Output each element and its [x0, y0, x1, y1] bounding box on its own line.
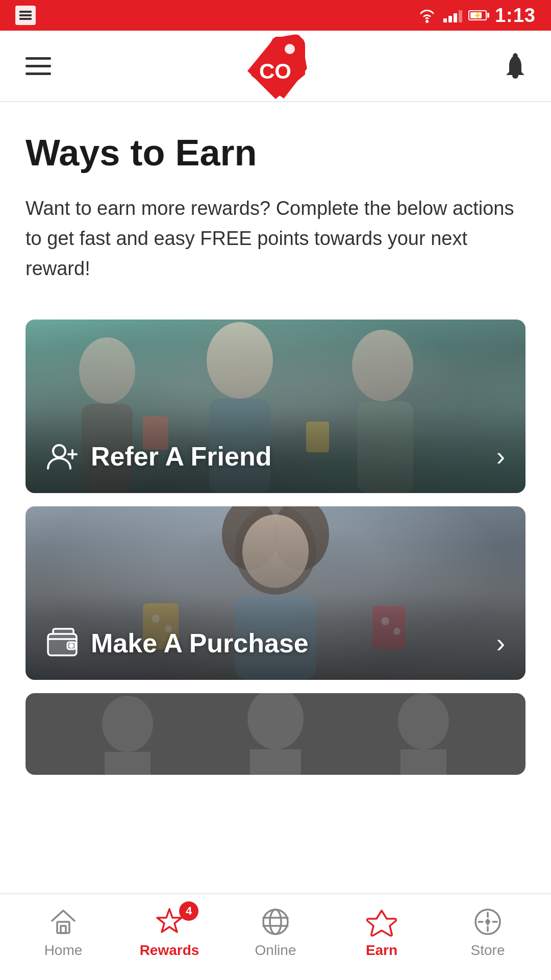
- nav-item-online[interactable]: Online: [237, 905, 314, 959]
- svg-rect-38: [57, 922, 69, 933]
- online-nav-label: Online: [255, 942, 296, 959]
- refer-card-label: Refer A Friend: [91, 441, 271, 472]
- nav-item-home[interactable]: Home: [25, 905, 102, 959]
- logo: CO: [245, 33, 311, 99]
- sim-icon: [15, 6, 36, 25]
- svg-point-0: [425, 20, 429, 23]
- svg-rect-39: [61, 926, 66, 933]
- status-time: 1:13: [495, 5, 536, 27]
- status-bar-left: [15, 6, 36, 25]
- wallet-icon: [46, 627, 79, 659]
- refer-card-arrow: ›: [496, 441, 505, 472]
- rewards-nav-label: Rewards: [140, 942, 199, 959]
- nav-item-store[interactable]: i Store: [449, 905, 526, 959]
- purchase-card-label: Make A Purchase: [91, 628, 309, 658]
- user-plus-icon: [46, 440, 79, 473]
- svg-point-1: [285, 44, 295, 54]
- svg-point-3: [514, 54, 517, 57]
- earn-nav-label: Earn: [366, 942, 397, 959]
- purchase-card-content: Make A Purchase ›: [46, 627, 505, 659]
- svg-rect-35: [250, 749, 301, 775]
- svg-text:i: i: [486, 914, 490, 928]
- signal-icon: [443, 8, 462, 22]
- refer-card-content: Refer A Friend ›: [46, 440, 505, 473]
- svg-point-41: [263, 910, 288, 934]
- home-nav-icon: [47, 905, 80, 938]
- svg-rect-37: [400, 749, 446, 775]
- third-card[interactable]: [26, 693, 525, 775]
- hamburger-menu-button[interactable]: [20, 52, 56, 80]
- svg-point-32: [102, 696, 153, 752]
- status-icons: ⚡: [417, 7, 487, 23]
- refer-friend-card[interactable]: Refer A Friend ›: [26, 320, 525, 493]
- svg-point-36: [398, 693, 449, 749]
- status-bar-right: ⚡ 1:13: [417, 5, 536, 27]
- status-bar: ⚡ 1:13: [0, 0, 551, 31]
- logo-icon: CO: [245, 33, 311, 99]
- earn-nav-icon: [365, 905, 398, 938]
- purchase-card-arrow: ›: [496, 628, 505, 658]
- svg-text:CO: CO: [259, 59, 291, 83]
- page-title: Ways to Earn: [26, 133, 525, 173]
- nav-item-rewards[interactable]: 4 Rewards: [131, 905, 208, 959]
- main-content: Ways to Earn Want to earn more rewards? …: [0, 102, 551, 893]
- notification-bell-button[interactable]: [500, 51, 531, 81]
- svg-rect-33: [105, 752, 151, 775]
- purchase-card-left: Make A Purchase: [46, 627, 309, 659]
- svg-marker-40: [157, 909, 182, 932]
- store-nav-icon: i: [471, 905, 504, 938]
- battery-icon: ⚡: [468, 10, 487, 20]
- third-card-bg: [26, 693, 525, 775]
- svg-point-30: [70, 644, 73, 647]
- header: CO: [0, 31, 551, 102]
- wifi-icon: [417, 7, 437, 23]
- refer-card-left: Refer A Friend: [46, 440, 271, 473]
- svg-point-42: [270, 910, 281, 934]
- bottom-navigation: Home 4 Rewards Online: [0, 893, 551, 980]
- svg-point-13: [53, 445, 65, 457]
- home-nav-label: Home: [44, 942, 83, 959]
- purchase-card[interactable]: Make A Purchase ›: [26, 506, 525, 680]
- rewards-badge: 4: [179, 901, 198, 921]
- earn-cards-list: Refer A Friend ›: [26, 320, 525, 775]
- nav-item-earn[interactable]: Earn: [343, 905, 420, 959]
- online-nav-icon: [259, 905, 292, 938]
- page-description: Want to earn more rewards? Complete the …: [26, 193, 525, 284]
- store-nav-label: Store: [471, 942, 505, 959]
